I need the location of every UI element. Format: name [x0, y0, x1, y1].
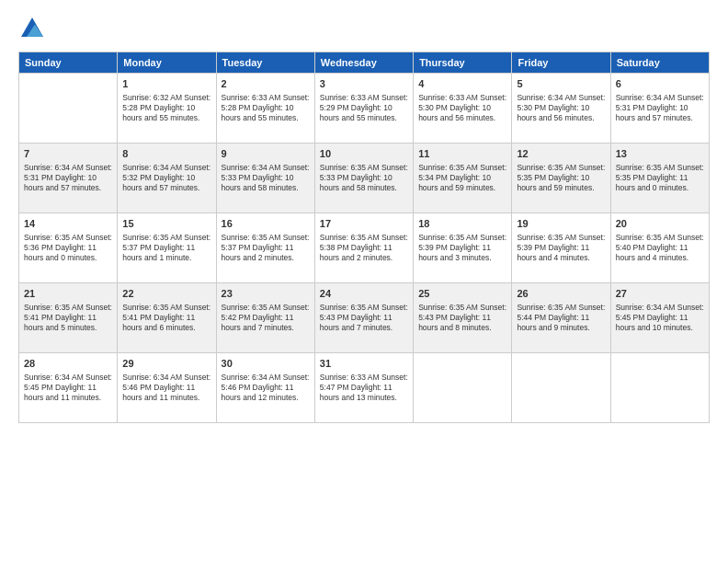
calendar-cell: 19Sunrise: 6:35 AM Sunset: 5:39 PM Dayli… — [512, 213, 610, 283]
cell-content: Sunrise: 6:35 AM Sunset: 5:42 PM Dayligh… — [222, 303, 310, 333]
header-cell-friday: Friday — [512, 52, 610, 74]
calendar-table: SundayMondayTuesdayWednesdayThursdayFrid… — [18, 52, 710, 423]
cell-content: Sunrise: 6:33 AM Sunset: 5:30 PM Dayligh… — [418, 93, 506, 123]
calendar-cell: 22Sunrise: 6:35 AM Sunset: 5:41 PM Dayli… — [118, 283, 216, 353]
cell-content: Sunrise: 6:35 AM Sunset: 5:41 PM Dayligh… — [122, 303, 210, 333]
day-number: 6 — [616, 77, 704, 91]
cell-content: Sunrise: 6:35 AM Sunset: 5:37 PM Dayligh… — [222, 233, 310, 263]
calendar-cell: 28Sunrise: 6:34 AM Sunset: 5:45 PM Dayli… — [19, 353, 118, 423]
day-number: 30 — [222, 357, 310, 371]
cell-content: Sunrise: 6:35 AM Sunset: 5:38 PM Dayligh… — [320, 233, 408, 263]
day-number: 18 — [418, 217, 506, 231]
cell-content: Sunrise: 6:35 AM Sunset: 5:36 PM Dayligh… — [24, 233, 112, 263]
day-number: 21 — [24, 287, 112, 301]
day-number: 24 — [320, 287, 408, 301]
calendar-cell — [512, 353, 610, 423]
cell-content: Sunrise: 6:35 AM Sunset: 5:41 PM Dayligh… — [24, 303, 112, 333]
cell-content: Sunrise: 6:34 AM Sunset: 5:31 PM Dayligh… — [24, 163, 112, 193]
day-number: 15 — [122, 217, 210, 231]
calendar-cell: 27Sunrise: 6:34 AM Sunset: 5:45 PM Dayli… — [610, 283, 709, 353]
day-number: 26 — [517, 287, 605, 301]
header-cell-tuesday: Tuesday — [216, 52, 314, 74]
day-number: 3 — [320, 77, 408, 91]
day-number: 29 — [122, 357, 210, 371]
week-row-1: 1Sunrise: 6:32 AM Sunset: 5:28 PM Daylig… — [19, 74, 710, 144]
header-cell-thursday: Thursday — [414, 52, 512, 74]
week-row-5: 28Sunrise: 6:34 AM Sunset: 5:45 PM Dayli… — [19, 353, 710, 423]
week-row-4: 21Sunrise: 6:35 AM Sunset: 5:41 PM Dayli… — [19, 283, 710, 353]
day-number: 2 — [222, 77, 310, 91]
cell-content: Sunrise: 6:34 AM Sunset: 5:45 PM Dayligh… — [24, 373, 112, 403]
calendar-cell: 12Sunrise: 6:35 AM Sunset: 5:35 PM Dayli… — [512, 144, 610, 213]
calendar-cell: 11Sunrise: 6:35 AM Sunset: 5:34 PM Dayli… — [414, 144, 512, 213]
calendar-cell: 31Sunrise: 6:33 AM Sunset: 5:47 PM Dayli… — [314, 353, 413, 423]
cell-content: Sunrise: 6:35 AM Sunset: 5:37 PM Dayligh… — [122, 233, 210, 263]
page: SundayMondayTuesdayWednesdayThursdayFrid… — [0, 0, 728, 563]
day-number: 17 — [320, 217, 408, 231]
cell-content: Sunrise: 6:34 AM Sunset: 5:46 PM Dayligh… — [222, 373, 310, 403]
day-number: 28 — [24, 357, 112, 371]
day-number: 14 — [24, 217, 112, 231]
calendar-cell: 24Sunrise: 6:35 AM Sunset: 5:43 PM Dayli… — [314, 283, 413, 353]
calendar-cell: 10Sunrise: 6:35 AM Sunset: 5:33 PM Dayli… — [314, 144, 413, 213]
cell-content: Sunrise: 6:35 AM Sunset: 5:39 PM Dayligh… — [517, 233, 605, 263]
day-number: 23 — [222, 287, 310, 301]
calendar-cell: 9Sunrise: 6:34 AM Sunset: 5:33 PM Daylig… — [216, 144, 314, 213]
calendar-cell: 21Sunrise: 6:35 AM Sunset: 5:41 PM Dayli… — [19, 283, 118, 353]
calendar-cell: 16Sunrise: 6:35 AM Sunset: 5:37 PM Dayli… — [216, 213, 314, 283]
cell-content: Sunrise: 6:33 AM Sunset: 5:29 PM Dayligh… — [320, 93, 408, 123]
cell-content: Sunrise: 6:34 AM Sunset: 5:33 PM Dayligh… — [222, 163, 310, 193]
header-cell-saturday: Saturday — [610, 52, 709, 74]
day-number: 9 — [222, 147, 310, 161]
cell-content: Sunrise: 6:35 AM Sunset: 5:34 PM Dayligh… — [418, 163, 506, 193]
calendar-cell: 18Sunrise: 6:35 AM Sunset: 5:39 PM Dayli… — [414, 213, 512, 283]
cell-content: Sunrise: 6:35 AM Sunset: 5:39 PM Dayligh… — [418, 233, 506, 263]
calendar-cell: 5Sunrise: 6:34 AM Sunset: 5:30 PM Daylig… — [512, 74, 610, 144]
cell-content: Sunrise: 6:32 AM Sunset: 5:28 PM Dayligh… — [122, 93, 210, 123]
cell-content: Sunrise: 6:33 AM Sunset: 5:28 PM Dayligh… — [222, 93, 310, 123]
cell-content: Sunrise: 6:33 AM Sunset: 5:47 PM Dayligh… — [320, 373, 408, 403]
header-row: SundayMondayTuesdayWednesdayThursdayFrid… — [19, 52, 710, 74]
calendar-cell: 29Sunrise: 6:34 AM Sunset: 5:46 PM Dayli… — [118, 353, 216, 423]
calendar-cell: 3Sunrise: 6:33 AM Sunset: 5:29 PM Daylig… — [314, 74, 413, 144]
cell-content: Sunrise: 6:34 AM Sunset: 5:32 PM Dayligh… — [122, 163, 210, 193]
cell-content: Sunrise: 6:35 AM Sunset: 5:40 PM Dayligh… — [616, 233, 704, 263]
calendar-cell: 14Sunrise: 6:35 AM Sunset: 5:36 PM Dayli… — [19, 213, 118, 283]
calendar-cell: 13Sunrise: 6:35 AM Sunset: 5:35 PM Dayli… — [610, 144, 709, 213]
header — [18, 15, 710, 42]
cell-content: Sunrise: 6:35 AM Sunset: 5:43 PM Dayligh… — [418, 303, 506, 333]
day-number: 7 — [24, 147, 112, 161]
header-cell-wednesday: Wednesday — [314, 52, 413, 74]
logo-icon — [18, 15, 46, 42]
day-number: 1 — [122, 77, 210, 91]
logo — [18, 15, 50, 42]
cell-content: Sunrise: 6:34 AM Sunset: 5:30 PM Dayligh… — [517, 93, 605, 123]
week-row-3: 14Sunrise: 6:35 AM Sunset: 5:36 PM Dayli… — [19, 213, 710, 283]
day-number: 4 — [418, 77, 506, 91]
header-cell-monday: Monday — [118, 52, 216, 74]
calendar-cell: 30Sunrise: 6:34 AM Sunset: 5:46 PM Dayli… — [216, 353, 314, 423]
cell-content: Sunrise: 6:34 AM Sunset: 5:45 PM Dayligh… — [616, 303, 704, 333]
day-number: 12 — [517, 147, 605, 161]
calendar-cell — [414, 353, 512, 423]
header-cell-sunday: Sunday — [19, 52, 118, 74]
calendar-cell: 23Sunrise: 6:35 AM Sunset: 5:42 PM Dayli… — [216, 283, 314, 353]
day-number: 25 — [418, 287, 506, 301]
calendar-cell: 7Sunrise: 6:34 AM Sunset: 5:31 PM Daylig… — [19, 144, 118, 213]
day-number: 10 — [320, 147, 408, 161]
day-number: 5 — [517, 77, 605, 91]
day-number: 31 — [320, 357, 408, 371]
calendar-cell: 20Sunrise: 6:35 AM Sunset: 5:40 PM Dayli… — [610, 213, 709, 283]
calendar-cell: 25Sunrise: 6:35 AM Sunset: 5:43 PM Dayli… — [414, 283, 512, 353]
calendar-cell: 17Sunrise: 6:35 AM Sunset: 5:38 PM Dayli… — [314, 213, 413, 283]
day-number: 13 — [616, 147, 704, 161]
cell-content: Sunrise: 6:35 AM Sunset: 5:44 PM Dayligh… — [517, 303, 605, 333]
calendar-cell: 8Sunrise: 6:34 AM Sunset: 5:32 PM Daylig… — [118, 144, 216, 213]
cell-content: Sunrise: 6:35 AM Sunset: 5:43 PM Dayligh… — [320, 303, 408, 333]
cell-content: Sunrise: 6:34 AM Sunset: 5:46 PM Dayligh… — [122, 373, 210, 403]
week-row-2: 7Sunrise: 6:34 AM Sunset: 5:31 PM Daylig… — [19, 144, 710, 213]
day-number: 27 — [616, 287, 704, 301]
cell-content: Sunrise: 6:34 AM Sunset: 5:31 PM Dayligh… — [616, 93, 704, 123]
calendar-cell: 15Sunrise: 6:35 AM Sunset: 5:37 PM Dayli… — [118, 213, 216, 283]
cell-content: Sunrise: 6:35 AM Sunset: 5:35 PM Dayligh… — [616, 163, 704, 193]
